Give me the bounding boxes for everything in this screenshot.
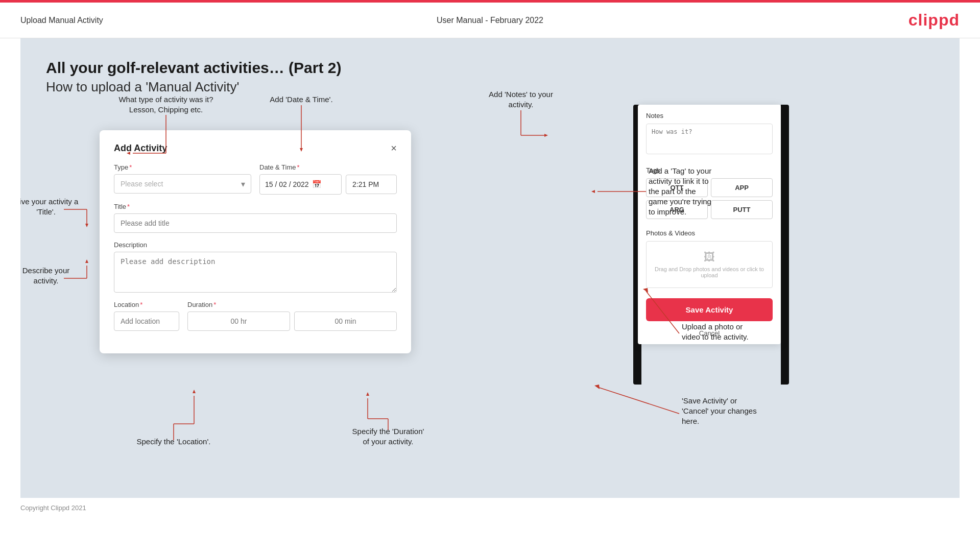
svg-line-49	[597, 387, 679, 414]
form-row-1: Type* Please select Date & Time* 15 / 02…	[114, 163, 397, 195]
form-row-4: Location* Duration*	[114, 301, 397, 331]
modal-title: Add Activity	[114, 143, 167, 154]
duration-label: Duration*	[187, 301, 397, 308]
duration-group: Duration*	[187, 301, 397, 331]
tag-app[interactable]: APP	[711, 178, 773, 197]
location-group: Location*	[114, 301, 179, 331]
header: Upload Manual Activity User Manual - Feb…	[0, 3, 980, 38]
svg-text:of your activity.: of your activity.	[363, 437, 414, 446]
svg-marker-22	[193, 390, 196, 393]
time-input[interactable]: 2:21 PM	[346, 175, 397, 194]
manual-title: User Manual - February 2022	[437, 16, 543, 25]
duration-min-input[interactable]	[294, 312, 397, 331]
title-input[interactable]	[114, 213, 397, 233]
notes-section: Notes	[638, 105, 781, 161]
location-label: Location*	[114, 301, 179, 308]
svg-text:Specify the 'Duration': Specify the 'Duration'	[352, 427, 424, 436]
type-label: Type*	[114, 163, 251, 171]
image-icon: 🖼	[652, 251, 767, 264]
page-subheading: How to upload a 'Manual Activity'	[46, 79, 934, 95]
main-content: All your golf-relevant activities… (Part…	[20, 38, 960, 498]
svg-text:'Title'.: 'Title'.	[36, 207, 56, 216]
upload-text: Drag and Drop photos and videos or click…	[655, 266, 764, 278]
svg-text:Give your activity a: Give your activity a	[20, 197, 79, 206]
copyright: Copyright Clippd 2021	[20, 504, 86, 512]
svg-text:'Save Activity' or: 'Save Activity' or	[682, 396, 737, 405]
svg-text:What type of activity was it?: What type of activity was it?	[118, 95, 213, 104]
description-label: Description	[114, 241, 397, 249]
title-label: Title*	[114, 203, 397, 210]
calendar-icon: 📅	[312, 180, 322, 189]
page-heading: All your golf-relevant activities… (Part…	[46, 59, 934, 77]
upload-area[interactable]: 🖼 Drag and Drop photos and videos or cli…	[646, 241, 773, 288]
svg-marker-41	[591, 190, 595, 193]
datetime-label: Date & Time*	[259, 163, 397, 171]
close-button[interactable]: ×	[391, 142, 397, 154]
save-activity-button[interactable]: Save Activity	[646, 298, 773, 321]
date-value: 15 / 02 / 2022	[265, 180, 309, 188]
svg-marker-33	[544, 134, 548, 137]
svg-text:Specify the 'Location'.: Specify the 'Location'.	[137, 437, 211, 446]
description-group: Description	[114, 241, 397, 293]
svg-text:Add 'Date & Time'.: Add 'Date & Time'.	[270, 95, 332, 104]
notes-textarea[interactable]	[646, 124, 773, 154]
location-input[interactable]	[114, 312, 179, 331]
tags-grid: OTT APP ARG PUTT	[646, 178, 773, 219]
tag-arg[interactable]: ARG	[646, 200, 708, 219]
svg-text:Describe your: Describe your	[22, 266, 70, 275]
page-title: Upload Manual Activity	[20, 16, 103, 25]
modal-header: Add Activity ×	[114, 142, 397, 154]
svg-text:'Cancel' your changes: 'Cancel' your changes	[682, 406, 757, 415]
tag-putt[interactable]: PUTT	[711, 200, 773, 219]
svg-marker-12	[85, 224, 88, 227]
footer: Copyright Clippd 2021	[0, 498, 980, 518]
svg-text:Lesson, Chipping etc.: Lesson, Chipping etc.	[129, 105, 203, 114]
photos-section: Photos & Videos 🖼 Drag and Drop photos a…	[638, 224, 781, 293]
type-select-wrapper[interactable]: Please select	[114, 174, 251, 194]
svg-text:activity.: activity.	[509, 100, 534, 109]
duration-hr-input[interactable]	[187, 312, 290, 331]
svg-marker-50	[594, 385, 600, 389]
cancel-link[interactable]: Cancel	[638, 326, 781, 344]
duration-inputs	[187, 312, 397, 331]
title-group: Title*	[114, 203, 397, 233]
tags-label: Tags	[646, 166, 773, 174]
photos-label: Photos & Videos	[646, 229, 773, 237]
type-select[interactable]: Please select	[114, 174, 251, 194]
mobile-right-border	[781, 105, 789, 385]
add-activity-modal: Add Activity × Type* Please select Date …	[100, 130, 411, 353]
svg-text:activity.: activity.	[34, 276, 59, 285]
tag-ott[interactable]: OTT	[646, 178, 708, 197]
tags-section: Tags OTT APP ARG PUTT	[638, 161, 781, 224]
datetime-inputs: 15 / 02 / 2022 📅 2:21 PM	[259, 174, 397, 195]
type-group: Type* Please select	[114, 163, 251, 195]
mobile-panel: Notes Tags OTT APP ARG PUTT Photos & Vid…	[638, 105, 781, 344]
svg-text:here.: here.	[682, 417, 699, 425]
datetime-group: Date & Time* 15 / 02 / 2022 📅 2:21 PM	[259, 163, 397, 195]
description-textarea[interactable]	[114, 252, 397, 293]
date-input[interactable]: 15 / 02 / 2022 📅	[259, 174, 342, 195]
svg-marker-28	[366, 392, 369, 396]
logo: clippd	[909, 11, 960, 30]
notes-label: Notes	[646, 112, 773, 119]
svg-marker-17	[85, 259, 88, 263]
